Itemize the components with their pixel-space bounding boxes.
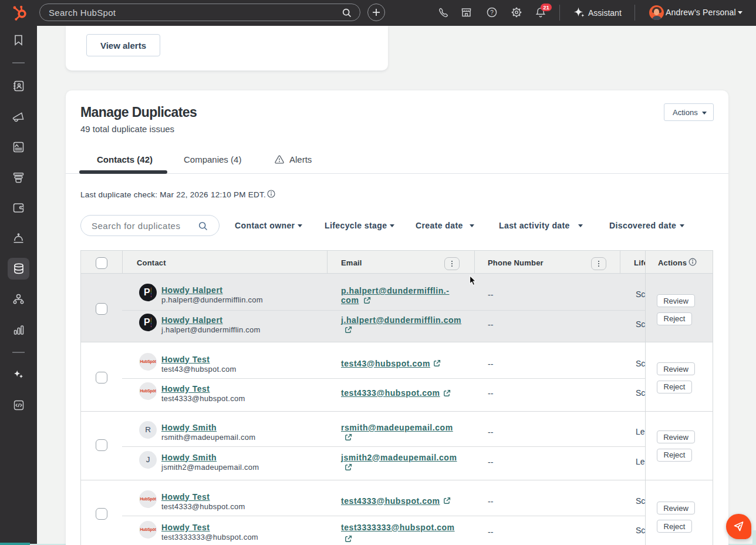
svg-text:?: ? xyxy=(490,9,494,16)
